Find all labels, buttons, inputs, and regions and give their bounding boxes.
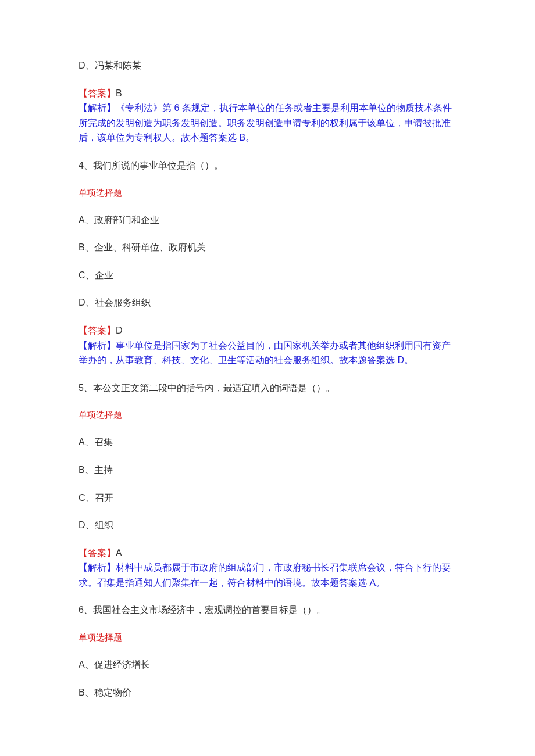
option-b: B、稳定物价 — [79, 685, 456, 700]
option-b: B、主持 — [79, 463, 456, 478]
question-3-partial: D、冯某和陈某 【答案】B 【解析】《专利法》第 6 条规定，执行本单位的任务或… — [79, 58, 456, 145]
question-stem: 5、本公文正文第二段中的括号内，最适宜填入的词语是（）。 — [79, 381, 456, 396]
analysis-text: 《专利法》第 6 条规定，执行本单位的任务或者主要是利用本单位的物质技术条件所完… — [79, 103, 452, 142]
answer-value: D — [116, 325, 123, 335]
answer-label: 【答案】 — [79, 88, 116, 98]
question-type: 单项选择题 — [79, 186, 456, 200]
analysis-label: 【解析】 — [79, 562, 116, 572]
answer-value: A — [116, 548, 122, 558]
option-b: B、企业、科研单位、政府机关 — [79, 240, 456, 255]
question-6-partial: 6、我国社会主义市场经济中，宏观调控的首要目标是（）。 单项选择题 A、促进经济… — [79, 603, 456, 700]
answer-block: 【答案】A 【解析】材料中成员都属于市政府的组成部门，市政府秘书长召集联席会议，… — [79, 546, 456, 590]
question-4: 4、我们所说的事业单位是指（）。 单项选择题 A、政府部门和企业 B、企业、科研… — [79, 158, 456, 368]
option-d: D、社会服务组织 — [79, 295, 456, 310]
answer-block: 【答案】B 【解析】《专利法》第 6 条规定，执行本单位的任务或者主要是利用本单… — [79, 86, 456, 145]
analysis-label: 【解析】 — [79, 103, 116, 113]
option-c: C、企业 — [79, 268, 456, 283]
question-stem: 6、我国社会主义市场经济中，宏观调控的首要目标是（）。 — [79, 603, 456, 618]
option-d: D、冯某和陈某 — [79, 58, 456, 73]
option-a: A、召集 — [79, 435, 456, 450]
option-a: A、政府部门和企业 — [79, 213, 456, 228]
analysis-text: 事业单位是指国家为了社会公益目的，由国家机关举办或者其他组织利用国有资产举办的，… — [79, 341, 451, 366]
option-c: C、召开 — [79, 490, 456, 506]
answer-label: 【答案】 — [79, 325, 116, 335]
analysis-label: 【解析】 — [79, 341, 116, 350]
question-type: 单项选择题 — [79, 408, 456, 422]
question-stem: 4、我们所说的事业单位是指（）。 — [79, 158, 456, 173]
answer-block: 【答案】D 【解析】事业单位是指国家为了社会公益目的，由国家机关举办或者其他组织… — [79, 323, 456, 368]
answer-label: 【答案】 — [79, 548, 116, 558]
question-5: 5、本公文正文第二段中的括号内，最适宜填入的词语是（）。 单项选择题 A、召集 … — [79, 381, 456, 590]
question-type: 单项选择题 — [79, 630, 456, 644]
option-d: D、组织 — [79, 518, 456, 533]
answer-value: B — [116, 88, 122, 98]
analysis-text: 材料中成员都属于市政府的组成部门，市政府秘书长召集联席会议，符合下行的要求。召集… — [79, 562, 451, 587]
option-a: A、促进经济增长 — [79, 657, 456, 672]
